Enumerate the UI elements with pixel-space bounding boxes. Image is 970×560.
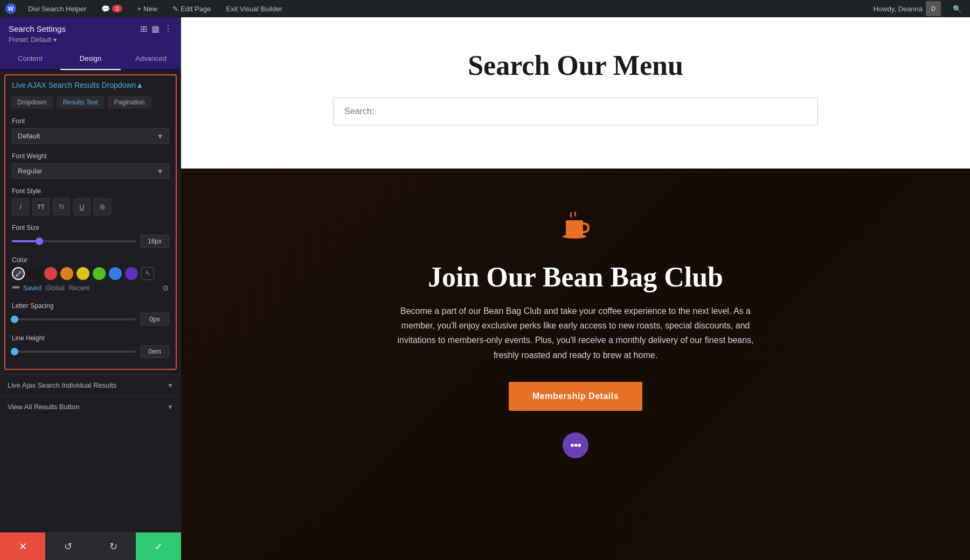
color-tab-saved[interactable]: Saved bbox=[23, 284, 41, 292]
redo-button[interactable]: ↻ bbox=[91, 533, 136, 561]
line-height-group: Line Height 0em bbox=[5, 330, 176, 362]
panel-bottom-toolbar: ✕ ↺ ↻ ✓ bbox=[0, 532, 181, 560]
color-swatch-red[interactable] bbox=[44, 267, 57, 280]
color-swatch-purple[interactable] bbox=[125, 267, 138, 280]
font-size-value[interactable]: 16px bbox=[140, 235, 169, 248]
font-select[interactable]: Default bbox=[12, 128, 169, 144]
panel-content: Live AJAX Search Results Dropdown▲ Dropd… bbox=[0, 70, 181, 532]
letter-spacing-thumb[interactable] bbox=[11, 316, 18, 323]
font-style-capitalize[interactable]: Tt bbox=[53, 198, 70, 215]
howdy-text: Howdy, Deanna D bbox=[873, 1, 941, 16]
layout-icon[interactable]: ▦ bbox=[151, 24, 160, 34]
individual-results-chevron: ▼ bbox=[167, 382, 174, 389]
new-label: New bbox=[143, 5, 157, 13]
color-tab-global[interactable]: Global bbox=[46, 284, 65, 292]
font-size-group: Font Size 16px bbox=[5, 220, 176, 252]
panel-tabs: Content Design Advanced bbox=[0, 48, 181, 70]
admin-bar-new[interactable]: + New bbox=[134, 0, 161, 17]
edit-icon: ✎ bbox=[172, 5, 178, 13]
right-content: Search Our Menu Join Our Bean B bbox=[181, 17, 970, 560]
font-size-slider[interactable] bbox=[12, 240, 136, 242]
view-all-results-section[interactable]: View All Results Button ▼ bbox=[0, 396, 181, 417]
individual-results-section[interactable]: Live Ajax Search Individual Results ▼ bbox=[0, 374, 181, 396]
line-height-slider[interactable] bbox=[12, 351, 136, 353]
panel-title-text: Search Settings bbox=[9, 24, 66, 33]
sub-tab-dropdown[interactable]: Dropdown bbox=[11, 96, 53, 109]
color-more-dots[interactable]: ••• bbox=[12, 282, 19, 293]
color-group: Color 🖉 ✎ bbox=[5, 252, 176, 298]
line-height-label: Line Height bbox=[12, 334, 169, 342]
color-swatch-green[interactable] bbox=[93, 267, 106, 280]
letter-spacing-label: Letter Spacing bbox=[12, 302, 169, 310]
font-weight-label: Font Weight bbox=[12, 152, 169, 160]
ajax-section-title[interactable]: Live AJAX Search Results Dropdown▲ bbox=[5, 75, 176, 94]
dots-menu-button[interactable]: ••• bbox=[563, 432, 588, 458]
section-tabs: Dropdown Results Text Pagination bbox=[5, 94, 176, 113]
view-all-chevron: ▼ bbox=[167, 403, 174, 411]
font-size-thumb[interactable] bbox=[36, 237, 43, 245]
font-weight-group: Font Weight Regular ▼ bbox=[5, 148, 176, 183]
hero-description: Become a part of our Bean Bag Club and t… bbox=[387, 304, 764, 362]
left-panel: Search Settings ⊞ ▦ ⋮ Preset: Default ▾ … bbox=[0, 17, 181, 560]
undo-button[interactable]: ↺ bbox=[45, 533, 91, 561]
search-input[interactable] bbox=[333, 97, 818, 125]
color-swatch-blue[interactable] bbox=[109, 267, 122, 280]
color-gear-icon[interactable]: ⚙ bbox=[162, 284, 169, 292]
tab-content[interactable]: Content bbox=[0, 48, 60, 70]
color-tabs: ••• Saved Global Recent ⚙ bbox=[12, 282, 169, 293]
app-container: Search Settings ⊞ ▦ ⋮ Preset: Default ▾ … bbox=[0, 17, 970, 560]
color-swatch-custom[interactable]: ✎ bbox=[141, 267, 154, 280]
font-style-uppercase[interactable]: TT bbox=[32, 198, 50, 215]
panel-title-row: Search Settings ⊞ ▦ ⋮ bbox=[9, 24, 172, 34]
color-swatches: 🖉 ✎ bbox=[12, 267, 169, 280]
admin-bar-exit-builder[interactable]: Exit Visual Builder bbox=[223, 0, 286, 17]
save-button[interactable]: ✓ bbox=[136, 533, 181, 561]
font-style-underline[interactable]: U bbox=[73, 198, 91, 215]
responsive-icon[interactable]: ⊞ bbox=[140, 24, 147, 34]
save-icon: ✓ bbox=[155, 541, 163, 552]
panel-preset[interactable]: Preset: Default ▾ bbox=[9, 36, 172, 44]
avatar: D bbox=[926, 1, 941, 16]
admin-bar-edit-page[interactable]: ✎ Edit Page bbox=[169, 0, 214, 17]
font-label: Font bbox=[12, 117, 169, 125]
sub-tab-pagination[interactable]: Pagination bbox=[108, 96, 151, 109]
font-style-italic[interactable]: I bbox=[12, 198, 29, 215]
color-swatch-orange[interactable] bbox=[60, 267, 73, 280]
search-section-title: Search Our Menu bbox=[468, 50, 683, 81]
font-group: Font Default ▼ bbox=[5, 113, 176, 148]
admin-bar-divi-helper[interactable]: Divi Search Helper bbox=[25, 0, 89, 17]
letter-spacing-value[interactable]: 0px bbox=[140, 313, 169, 326]
divi-helper-label: Divi Search Helper bbox=[28, 5, 86, 13]
membership-details-button[interactable]: Membership Details bbox=[509, 382, 642, 411]
cancel-button[interactable]: ✕ bbox=[0, 533, 45, 561]
tab-advanced[interactable]: Advanced bbox=[121, 48, 181, 70]
search-section: Search Our Menu bbox=[181, 17, 970, 169]
font-style-strikethrough[interactable]: S bbox=[94, 198, 111, 215]
sub-tab-results-text[interactable]: Results Text bbox=[57, 96, 105, 109]
color-tab-recent[interactable]: Recent bbox=[69, 284, 89, 292]
admin-bar-comments[interactable]: 💬 0 bbox=[98, 0, 125, 17]
panel-header-icons: ⊞ ▦ ⋮ bbox=[140, 24, 172, 34]
font-style-label: Font Style bbox=[12, 187, 169, 195]
search-icon: 🔍 bbox=[953, 5, 961, 13]
letter-spacing-slider[interactable] bbox=[12, 318, 136, 320]
svg-point-1 bbox=[563, 234, 586, 239]
font-size-slider-row: 16px bbox=[12, 235, 169, 248]
svg-rect-0 bbox=[566, 220, 583, 235]
color-swatch-yellow[interactable] bbox=[77, 267, 89, 280]
more-icon[interactable]: ⋮ bbox=[164, 24, 172, 34]
line-height-value[interactable]: 0em bbox=[140, 345, 169, 358]
font-style-buttons: I TT Tt U S bbox=[12, 198, 169, 215]
color-swatch-black[interactable] bbox=[28, 267, 41, 280]
comment-count: 0 bbox=[112, 5, 122, 12]
admin-bar-search[interactable]: 🔍 bbox=[950, 0, 965, 17]
wp-logo[interactable]: W bbox=[5, 3, 16, 14]
font-size-label: Font Size bbox=[12, 224, 169, 232]
hero-title: Join Our Bean Bag Club bbox=[428, 261, 723, 293]
undo-icon: ↺ bbox=[64, 541, 72, 552]
color-eyedropper[interactable]: 🖉 bbox=[12, 267, 25, 280]
letter-spacing-group: Letter Spacing 0px bbox=[5, 298, 176, 330]
tab-design[interactable]: Design bbox=[60, 48, 121, 70]
line-height-thumb[interactable] bbox=[11, 348, 18, 355]
font-weight-select[interactable]: Regular bbox=[12, 163, 169, 179]
